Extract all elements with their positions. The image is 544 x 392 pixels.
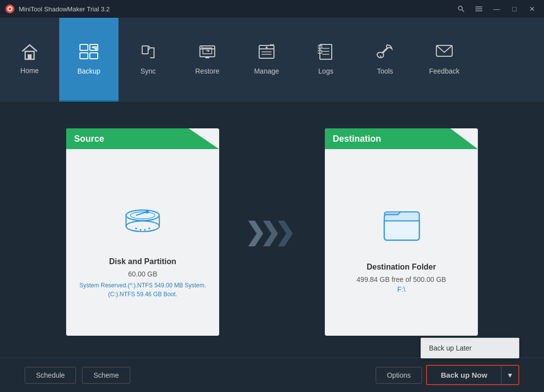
disk-icon [123,200,162,247]
minimize-icon: — [493,5,500,13]
home-icon [20,43,39,63]
nav-label-manage: Manage [254,67,279,75]
svg-point-38 [144,229,146,231]
bottombar-left: Schedule Scheme [25,367,130,384]
backup-dropdown-button[interactable]: ▼ [501,365,519,385]
folder-icon [382,205,421,253]
destination-free: 499.84 GB free of 500.00 GB [356,275,446,283]
scheme-button[interactable]: Scheme [82,367,130,384]
source-header-text: Source [74,134,104,144]
nav-label-backup: Backup [78,67,101,75]
destination-path: F:\ [397,285,405,293]
nav-label-restore: Restore [195,67,219,75]
backup-icon [78,43,99,63]
svg-point-41 [145,210,149,213]
source-info: System Reserved.(*:).NTFS 549.00 MB Syst… [72,281,214,299]
arrow-indicator: ❯ ❯ ❯ [249,220,295,244]
minimize-button[interactable]: — [489,3,505,15]
nav-item-sync[interactable]: Sync [118,18,178,102]
svg-point-3 [459,6,463,10]
svg-point-36 [135,228,137,230]
titlebar: MiniTool ShadowMaker Trial 3.2 — □ ✕ [0,0,544,18]
schedule-button[interactable]: Schedule [25,367,76,384]
app-title: MiniTool ShadowMaker Trial 3.2 [19,5,110,13]
svg-point-2 [8,7,11,10]
nav-item-home[interactable]: Home [0,18,59,102]
dropdown-arrow-icon: ▼ [506,371,513,379]
maximize-button[interactable]: □ [506,3,522,15]
manage-icon [258,43,275,63]
svg-line-29 [380,56,381,57]
restore-icon [198,43,217,63]
maximize-icon: □ [512,5,516,13]
tools-icon [376,43,394,63]
nav-item-feedback[interactable]: Feedback [415,18,474,102]
search-button[interactable] [453,3,469,15]
svg-point-37 [140,229,142,231]
destination-header: Destination [325,128,478,149]
bottombar: Schedule Scheme Options Back up Now ▼ Ba… [0,357,544,392]
svg-rect-10 [80,44,88,50]
svg-point-22 [266,46,268,48]
backup-now-button[interactable]: Back up Now [426,365,501,385]
nav-item-restore[interactable]: Restore [178,18,237,102]
sync-icon [139,43,157,63]
app-logo-icon [5,4,15,14]
svg-point-31 [126,221,159,232]
svg-point-39 [149,228,151,230]
nav-item-backup[interactable]: Backup [59,18,118,102]
chevron-3-icon: ❯ [274,220,295,244]
source-header: Source [66,128,219,149]
nav-item-tools[interactable]: Tools [355,18,415,102]
source-size: 60.00 GB [128,270,157,278]
bottombar-right: Options Back up Now ▼ Back up Later [376,365,519,385]
svg-rect-11 [80,53,88,59]
nav-label-tools: Tools [377,67,393,75]
titlebar-controls: — □ ✕ [453,3,540,15]
nav-item-manage[interactable]: Manage [237,18,296,102]
feedback-icon [435,43,454,63]
logs-icon [318,43,334,63]
backup-dropdown-menu: Back up Later [421,338,519,358]
svg-point-17 [201,47,203,48]
menu-button[interactable] [471,3,487,15]
close-button[interactable]: ✕ [524,3,540,15]
svg-line-4 [462,10,465,12]
nav-item-logs[interactable]: Logs [296,18,355,102]
destination-header-text: Destination [333,134,381,144]
svg-rect-9 [28,54,32,59]
destination-card[interactable]: Destination Destination Folder 499.84 GB… [325,128,478,336]
titlebar-left: MiniTool ShadowMaker Trial 3.2 [5,4,110,14]
backup-later-button[interactable]: Back up Later [421,338,519,358]
search-icon [458,5,465,12]
menu-icon [475,6,482,12]
close-icon: ✕ [529,5,535,13]
nav-label-home: Home [20,67,39,75]
destination-title: Destination Folder [367,263,436,272]
navbar: Home Backup Sync [0,18,544,102]
options-button[interactable]: Options [376,367,422,384]
source-title: Disk and Partition [109,257,176,266]
source-card[interactable]: Source [66,128,219,336]
nav-label-sync: Sync [140,67,155,75]
svg-rect-14 [142,46,148,54]
svg-rect-13 [90,53,98,59]
nav-label-feedback: Feedback [429,67,459,75]
nav-label-logs: Logs [318,67,333,75]
main-content: Source [0,102,544,357]
